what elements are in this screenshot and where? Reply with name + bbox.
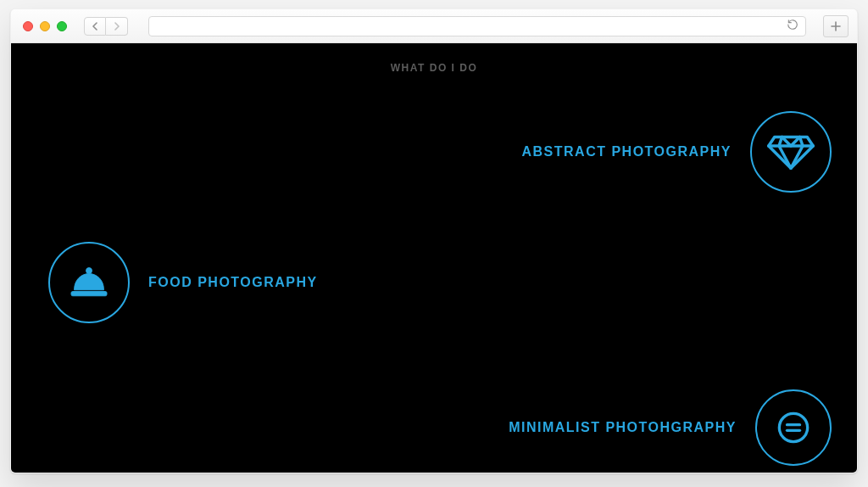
equals-icon	[755, 389, 832, 466]
section-heading: WHAT DO I DO	[11, 43, 857, 74]
svg-marker-0	[769, 137, 814, 169]
service-minimalist-label: MINIMALIST PHOTOHGRAPHY	[509, 420, 737, 435]
svg-point-3	[779, 413, 807, 441]
window-controls	[23, 21, 67, 31]
address-bar[interactable]	[148, 16, 806, 36]
service-minimalist: MINIMALIST PHOTOHGRAPHY	[509, 389, 832, 466]
title-bar	[11, 9, 857, 43]
close-window-button[interactable]	[23, 21, 33, 31]
minimize-window-button[interactable]	[40, 21, 50, 31]
zoom-window-button[interactable]	[57, 21, 67, 31]
back-button[interactable]	[84, 17, 106, 36]
reload-icon[interactable]	[787, 19, 798, 34]
browser-window: WHAT DO I DO ABSTRACT PHOTOG	[10, 8, 858, 473]
new-tab-button[interactable]	[823, 15, 849, 37]
service-abstract: ABSTRACT PHOTOGRAPHY	[522, 111, 832, 193]
svg-rect-2	[71, 292, 107, 296]
forward-button[interactable]	[106, 17, 128, 36]
diamond-icon	[750, 111, 832, 193]
service-abstract-label: ABSTRACT PHOTOGRAPHY	[522, 144, 732, 160]
page-content: WHAT DO I DO ABSTRACT PHOTOG	[11, 43, 857, 473]
nav-buttons	[84, 17, 128, 36]
service-food-label: FOOD PHOTOGRAPHY	[148, 275, 318, 290]
svg-point-1	[86, 268, 92, 274]
service-food: FOOD PHOTOGRAPHY	[48, 242, 318, 323]
bell-icon	[48, 242, 130, 323]
